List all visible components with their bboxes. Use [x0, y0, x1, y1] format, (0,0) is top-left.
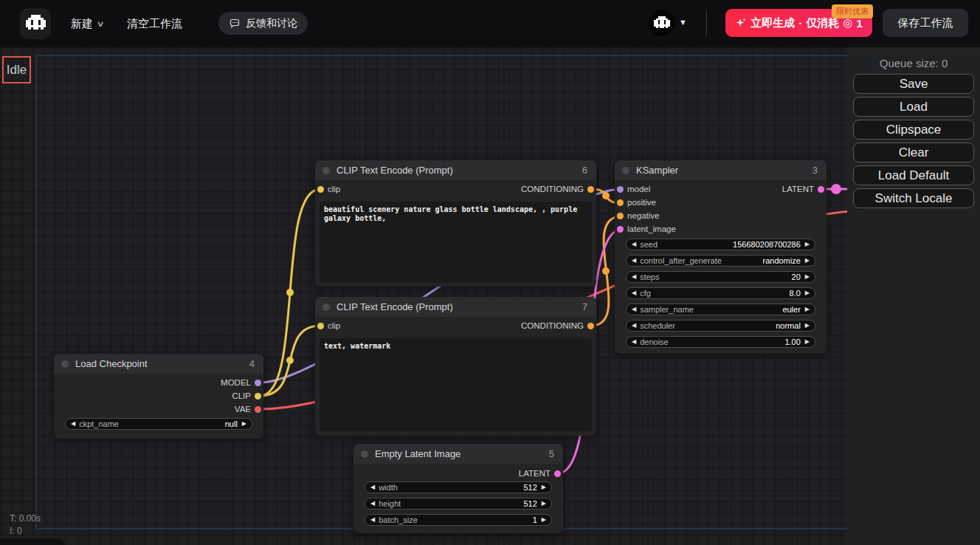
widget-value: 512 [523, 499, 536, 508]
chat-icon [229, 18, 241, 30]
input-port-positive[interactable] [617, 199, 624, 206]
increment-arrow-icon[interactable]: ▶ [805, 271, 810, 283]
widget-height[interactable]: ◀ height 512 ▶ [365, 498, 552, 510]
increment-arrow-icon[interactable]: ▶ [805, 255, 810, 267]
increment-arrow-icon[interactable]: ▶ [542, 498, 546, 510]
increment-arrow-icon[interactable]: ▶ [805, 239, 810, 250]
collapse-dot[interactable] [322, 304, 330, 311]
widget-name: width [379, 483, 398, 492]
increment-arrow-icon[interactable]: ▶ [542, 514, 546, 526]
output-label: VAE [235, 405, 251, 414]
sidebar-clear-button[interactable]: Clear [853, 143, 974, 162]
decrement-arrow-icon[interactable]: ◀ [370, 514, 375, 526]
caret-down-icon[interactable]: ▼ [679, 18, 687, 27]
input-port-clip[interactable] [317, 186, 324, 193]
widget-control-after-generate[interactable]: ◀ control_after_generate randomize ▶ [626, 255, 815, 267]
output-label: CONDITIONING [521, 185, 584, 193]
output-label: MODEL [221, 378, 251, 387]
collapse-dot[interactable] [61, 360, 69, 368]
menu-new[interactable]: 新建 ∨ [71, 0, 103, 47]
decrement-arrow-icon[interactable]: ◀ [632, 336, 636, 348]
input-port-latent-image[interactable] [617, 226, 624, 233]
decrement-arrow-icon[interactable]: ◀ [370, 481, 375, 493]
menu-clear-label: 清空工作流 [127, 17, 182, 31]
decrement-arrow-icon[interactable]: ◀ [632, 239, 636, 250]
increment-arrow-icon[interactable]: ▶ [805, 320, 810, 332]
widget-cfg[interactable]: ◀ cfg 8.0 ▶ [626, 287, 815, 299]
queue-size-label: Queue size: 0 [847, 57, 980, 69]
decrement-arrow-icon[interactable]: ◀ [632, 320, 636, 332]
stat-time: T: 0.00s [10, 513, 41, 525]
widget-name: height [379, 499, 401, 508]
increment-arrow-icon[interactable]: ▶ [805, 304, 810, 315]
stat-iterations: I: 0 [10, 525, 41, 538]
output-port-clip[interactable] [255, 393, 261, 400]
sidebar-clipspace-button[interactable]: Clipspace [853, 120, 974, 140]
node-order: 4 [249, 358, 255, 369]
sidebar-load-default-button[interactable]: Load Default [853, 165, 974, 185]
decrement-arrow-icon[interactable]: ◀ [632, 287, 636, 299]
save-workflow-button[interactable]: 保存工作流 [883, 9, 968, 37]
decrement-arrow-icon[interactable]: ◀ [632, 255, 636, 267]
output-port-conditioning[interactable] [587, 323, 594, 329]
collapse-dot[interactable] [322, 167, 330, 174]
node-title: CLIP Text Encode (Prompt) [337, 165, 453, 176]
output-port-vae[interactable] [255, 406, 261, 413]
widget-sampler-name[interactable]: ◀ sampler_name euler ▶ [626, 304, 815, 315]
app-header: 新建 ∨ 清空工作流 反馈和讨论 ▼ 立即生成 · 仅消耗 ◎ [0, 0, 980, 47]
user-avatar[interactable] [649, 10, 675, 36]
widget-batch-size[interactable]: ◀ batch_size 1 ▶ [365, 514, 552, 526]
increment-arrow-icon[interactable]: ▶ [542, 481, 546, 493]
widget-value: null [225, 419, 238, 428]
pixel-skull-icon [654, 16, 670, 30]
output-port-model[interactable] [255, 380, 261, 386]
decrement-arrow-icon[interactable]: ◀ [632, 304, 636, 315]
widget-name: ckpt_name [79, 419, 119, 428]
output-port-latent[interactable] [554, 470, 561, 477]
increment-arrow-icon[interactable]: ▶ [805, 287, 810, 299]
collapse-dot[interactable] [361, 450, 368, 458]
increment-arrow-icon[interactable]: ▶ [805, 336, 810, 348]
widget-name: denoise [640, 337, 669, 346]
output-port-latent[interactable] [818, 186, 824, 193]
app-logo[interactable] [20, 8, 51, 39]
sidebar-save-button[interactable]: Save [853, 74, 974, 94]
decrement-arrow-icon[interactable]: ◀ [370, 498, 375, 510]
widget-value: 1.00 [784, 337, 800, 346]
widget-scheduler[interactable]: ◀ scheduler normal ▶ [626, 320, 815, 332]
input-label: model [627, 185, 650, 193]
sidebar-load-button[interactable]: Load [853, 97, 974, 117]
output-label: CLIP [232, 391, 251, 400]
generate-label: 立即生成 [750, 16, 795, 30]
widget-denoise[interactable]: ◀ denoise 1.00 ▶ [626, 336, 815, 348]
output-port-conditioning[interactable] [587, 186, 594, 193]
widget-ckpt-name[interactable]: ◀ ckpt_name null ▶ [65, 418, 252, 430]
input-port-negative[interactable] [617, 213, 624, 219]
increment-arrow-icon[interactable]: ▶ [242, 418, 246, 430]
workflow-canvas[interactable]: CLIP Text Encode (Prompt) 6 clip CONDITI… [0, 47, 980, 545]
output-label: LATENT [519, 469, 551, 478]
decrement-arrow-icon[interactable]: ◀ [71, 418, 75, 430]
node-empty-latent-image[interactable]: Empty Latent Image 5 LATENT ◀ width 512 … [353, 444, 563, 533]
node-load-checkpoint[interactable]: Load Checkpoint 4 MODEL CLIP VAE ◀ ckpt_… [54, 354, 263, 439]
prompt-textarea[interactable]: beautiful scenery nature glass bottle la… [320, 202, 592, 283]
widget-value: 8.0 [790, 289, 801, 298]
widget-name: scheduler [640, 321, 675, 330]
input-port-clip[interactable] [317, 323, 324, 329]
prompt-textarea[interactable]: text, watermark [320, 338, 592, 431]
widget-seed[interactable]: ◀ seed 156680208700286 ▶ [626, 239, 815, 250]
node-ksampler[interactable]: KSampler 3 model positive negative laten… [615, 160, 827, 354]
sidebar-switch-locale-button[interactable]: Switch Locale [853, 188, 974, 208]
menu-clear-workflow[interactable]: 清空工作流 [127, 0, 182, 47]
node-clip-text-encode-negative[interactable]: CLIP Text Encode (Prompt) 7 clip CONDITI… [315, 297, 596, 436]
collapse-dot[interactable] [622, 167, 629, 174]
feedback-button[interactable]: 反馈和讨论 [218, 12, 308, 35]
widget-value: normal [776, 321, 801, 330]
minimized-panel[interactable] [0, 538, 65, 545]
node-clip-text-encode-positive[interactable]: CLIP Text Encode (Prompt) 6 clip CONDITI… [315, 160, 596, 287]
widget-steps[interactable]: ◀ steps 20 ▶ [626, 271, 815, 283]
decrement-arrow-icon[interactable]: ◀ [632, 271, 636, 283]
node-title: Load Checkpoint [75, 358, 148, 369]
widget-width[interactable]: ◀ width 512 ▶ [365, 481, 552, 493]
input-port-model[interactable] [617, 186, 624, 193]
